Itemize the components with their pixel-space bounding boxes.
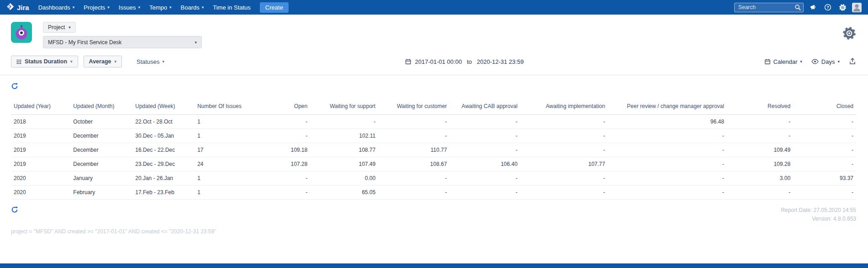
chevron-down-icon: ▾	[163, 59, 165, 64]
table-cell: 96.48	[608, 115, 727, 129]
nav-item-tempo[interactable]: Tempo▾	[145, 0, 176, 15]
eye-icon	[811, 58, 819, 65]
jira-brand[interactable]: Jira	[6, 3, 34, 12]
calendar-mode-label: Calendar	[773, 58, 798, 65]
report-type-button[interactable]: Status Duration ▾	[11, 56, 78, 67]
statuses-label: Statuses	[137, 58, 160, 65]
table-row: 2019December23.Dec - 29.Dec24107.28107.4…	[11, 157, 856, 171]
unit-dropdown[interactable]: Days ▾	[811, 58, 840, 65]
refresh-icon[interactable]	[11, 82, 18, 92]
jira-logo-icon	[6, 3, 14, 12]
jql-query-text: project = "MFSD" AND created >= "2017-01…	[11, 228, 856, 235]
column-header[interactable]: Updated (Week)	[132, 98, 195, 115]
column-header[interactable]: Updated (Month)	[70, 98, 132, 115]
statuses-dropdown[interactable]: Statuses ▾	[137, 58, 164, 65]
project-select[interactable]: MFSD - My First Service Desk ▾	[43, 36, 202, 48]
calendar-icon	[764, 58, 771, 65]
chevron-down-icon: ▾	[837, 59, 840, 64]
chevron-down-icon: ▾	[107, 5, 110, 10]
column-header[interactable]: Resolved	[727, 98, 793, 115]
settings-gear-icon[interactable]	[842, 26, 856, 42]
table-cell: -	[608, 171, 727, 186]
column-header[interactable]: Open	[262, 98, 310, 115]
svg-text:?: ?	[826, 5, 829, 10]
table-cell: 1	[195, 171, 262, 186]
feedback-megaphone-icon[interactable]	[808, 4, 818, 11]
table-cell: 109.49	[727, 143, 793, 157]
chevron-down-icon: ▾	[70, 59, 73, 64]
nav-item-projects[interactable]: Projects▾	[79, 0, 114, 15]
status-duration-table: Updated (Year)Updated (Month)Updated (We…	[11, 98, 856, 200]
table-cell: 110.77	[378, 143, 449, 157]
table-cell: 1	[195, 115, 262, 129]
table-cell: 24	[195, 157, 262, 171]
search-box	[734, 3, 804, 12]
table-cell: -	[520, 143, 608, 157]
create-button[interactable]: Create	[260, 2, 289, 13]
chevron-down-icon: ▾	[73, 5, 75, 10]
main-content: Project ▾ MFSD - My First Service Desk ▾	[0, 15, 868, 263]
table-cell: -	[608, 143, 727, 157]
table-cell: -	[378, 171, 449, 186]
table-cell: 107.28	[262, 157, 310, 171]
table-cell: 109.18	[262, 143, 310, 157]
column-header[interactable]: Awaiting CAB approval	[450, 98, 521, 115]
column-header[interactable]: Number Of Issues	[195, 98, 262, 115]
user-avatar[interactable]	[852, 3, 862, 12]
date-range[interactable]: 2017-01-01 00:00 to 2020-12-31 23:59	[164, 58, 764, 65]
table-cell: -	[450, 171, 521, 186]
column-header[interactable]: Closed	[793, 98, 856, 115]
table-cell: 23.Dec - 29.Dec	[132, 157, 195, 171]
column-header[interactable]: Awaiting implementation	[520, 98, 608, 115]
calendar-mode-dropdown[interactable]: Calendar ▾	[764, 58, 802, 65]
gear-icon[interactable]	[837, 4, 847, 11]
export-icon[interactable]	[849, 57, 856, 66]
table-cell: 17	[195, 143, 262, 157]
table-cell: -	[793, 157, 856, 171]
table-cell: January	[70, 171, 132, 186]
table-row: 2020January20.Jan - 26.Jan1-0.00----3.00…	[11, 171, 856, 186]
table-cell: 2019	[11, 157, 70, 171]
refresh-icon[interactable]	[11, 206, 18, 215]
table-cell: -	[378, 186, 449, 200]
table-cell: -	[450, 186, 521, 200]
nav-item-issues[interactable]: Issues▾	[114, 0, 145, 15]
table-cell: 108.77	[310, 143, 378, 157]
column-header[interactable]: Updated (Year)	[11, 98, 70, 115]
table-cell: 20.Jan - 26.Jan	[132, 171, 195, 186]
table-cell: -	[310, 115, 378, 129]
column-header[interactable]: Waiting for customer	[378, 98, 449, 115]
nav-item-boards[interactable]: Boards▾	[176, 0, 209, 15]
nav-item-dashboards[interactable]: Dashboards▾	[34, 0, 79, 15]
search-input[interactable]	[734, 3, 804, 12]
table-cell: 0.00	[310, 171, 378, 186]
date-from: 2017-01-01 00:00	[415, 58, 462, 65]
bottom-bar	[0, 263, 868, 268]
nav-item-time-in-status[interactable]: Time in Status	[208, 0, 255, 15]
table-cell: 2020	[11, 171, 70, 186]
help-icon[interactable]: ?	[823, 4, 833, 11]
column-header[interactable]: Waiting for support	[310, 98, 378, 115]
date-to: 2020-12-31 23:59	[477, 58, 524, 65]
search-icon[interactable]	[794, 4, 801, 11]
project-select-value: MFSD - My First Service Desk	[48, 39, 121, 46]
table-cell: -	[520, 186, 608, 200]
table-cell: 22.Oct - 28.Oct	[132, 115, 195, 129]
table-cell: 2019	[11, 129, 70, 143]
table-cell: 2020	[11, 186, 70, 200]
column-header[interactable]: Peer review / change manager approval	[608, 98, 727, 115]
top-navbar: Jira Dashboards▾Projects▾Issues▾Tempo▾Bo…	[0, 0, 868, 15]
table-cell: 107.49	[310, 157, 378, 171]
brand-name: Jira	[17, 4, 29, 11]
table-cell: 65.05	[310, 186, 378, 200]
table-cell: 1	[195, 186, 262, 200]
time-in-status-app-icon	[11, 22, 32, 43]
table-cell: -	[450, 129, 521, 143]
table-cell: -	[727, 129, 793, 143]
report-date: Report Date: 27.05.2020 14:55	[781, 206, 856, 215]
metric-button[interactable]: Average ▾	[84, 56, 122, 67]
table-cell: -	[608, 186, 727, 200]
table-cell: December	[70, 157, 132, 171]
scope-selector-button[interactable]: Project ▾	[43, 22, 76, 33]
table-cell: December	[70, 143, 132, 157]
